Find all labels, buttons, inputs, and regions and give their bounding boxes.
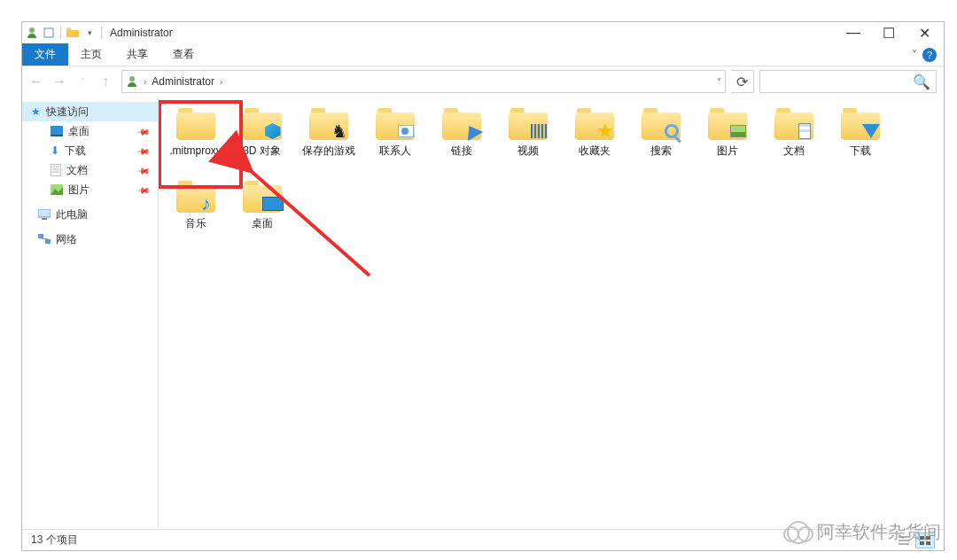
folder-label: 文档 <box>783 144 805 157</box>
desktop-overlay-icon <box>262 193 284 214</box>
up-button[interactable]: ↑ <box>95 71 116 92</box>
folder-item[interactable]: ♪ 音乐 <box>162 176 229 249</box>
folder-label: 搜索 <box>650 144 672 157</box>
folder-icon: ♪ <box>175 178 216 215</box>
tab-file[interactable]: 文件 <box>22 43 68 66</box>
pic-overlay-icon <box>727 121 749 142</box>
address-dropdown-icon[interactable]: ˅ <box>717 77 721 87</box>
sidebar-item-label: 网络 <box>56 232 77 247</box>
chevron-icon[interactable]: › <box>144 77 146 87</box>
sidebar-item-label: 桌面 <box>68 124 89 139</box>
folder-label: 音乐 <box>185 217 206 229</box>
help-button[interactable]: ? <box>922 48 937 62</box>
minimize-button[interactable]: — <box>836 23 871 43</box>
folder-icon: ★ <box>574 105 615 143</box>
doc-overlay-icon <box>794 121 815 142</box>
svg-point-3 <box>129 76 135 82</box>
folder-label: 收藏夹 <box>579 144 611 157</box>
folder-icon <box>707 105 748 143</box>
link-overlay-icon <box>462 121 483 142</box>
svg-rect-2 <box>66 27 71 30</box>
folder-icon <box>840 105 881 143</box>
folder-label: .mitmproxy <box>169 144 222 157</box>
refresh-button[interactable]: ⟳ <box>731 70 754 93</box>
back-button[interactable]: ← <box>26 71 47 92</box>
close-button[interactable]: ✕ <box>906 23 942 43</box>
desktop-icon <box>51 126 63 136</box>
sidebar-item-label: 下载 <box>65 144 86 159</box>
folder-icon <box>175 105 216 143</box>
checkbox-icon[interactable] <box>41 25 57 41</box>
ribbon-expand-icon[interactable]: ˅ <box>912 49 917 61</box>
tab-view[interactable]: 查看 <box>160 43 206 66</box>
wechat-icon <box>787 521 810 544</box>
sidebar-item-label: 图片 <box>68 183 89 198</box>
svg-rect-4 <box>51 126 63 135</box>
pin-icon: 📌 <box>136 163 151 177</box>
address-user-icon <box>126 75 138 88</box>
forward-button[interactable]: → <box>49 71 70 92</box>
content-area[interactable]: .mitmproxy 3D 对象 ♞ 保存的游戏 联系人 <box>159 97 944 529</box>
fav-overlay-icon: ★ <box>595 121 616 142</box>
address-bar[interactable]: › Administrator › ˅ <box>121 70 726 93</box>
separator <box>101 27 102 39</box>
ribbon-tabs: 文件 主页 共享 查看 ˅ ? <box>22 43 944 66</box>
tab-share[interactable]: 共享 <box>114 43 160 66</box>
folder-label: 3D 对象 <box>243 144 281 157</box>
breadcrumb[interactable]: Administrator <box>152 75 214 88</box>
svg-rect-14 <box>38 234 43 238</box>
folder-icon[interactable] <box>65 25 81 41</box>
sidebar-item-pictures[interactable]: 图片 📌 <box>22 180 158 199</box>
sidebar-item-label: 此电脑 <box>56 207 88 222</box>
folder-item[interactable]: 视频 <box>494 104 561 176</box>
chevron-icon[interactable]: › <box>220 77 222 87</box>
folder-item[interactable]: 桌面 <box>229 176 295 249</box>
svg-rect-15 <box>45 239 51 244</box>
folder-label: 下载 <box>850 144 871 157</box>
folder-icon <box>641 105 681 143</box>
star-icon: ★ <box>31 105 41 118</box>
tab-home[interactable]: 主页 <box>68 43 114 66</box>
titlebar: ▾ Administrator — ☐ ✕ <box>22 22 944 43</box>
explorer-window: ▾ Administrator — ☐ ✕ 文件 主页 共享 查看 ˅ ? ← … <box>21 21 945 551</box>
recent-dropdown[interactable]: ˅ <box>72 71 93 92</box>
qat-dropdown-icon[interactable]: ▾ <box>82 25 97 41</box>
folder-item[interactable]: ★ 收藏夹 <box>561 104 627 176</box>
nav-sidebar: ★ 快速访问 桌面 📌 ⬇ 下载 📌 文档 📌 图片 📌 <box>22 97 159 529</box>
game-overlay-icon: ♞ <box>329 121 350 142</box>
folder-item[interactable]: 搜索 <box>627 104 694 176</box>
sidebar-item-downloads[interactable]: ⬇ 下载 📌 <box>22 141 158 160</box>
sidebar-item-documents[interactable]: 文档 📌 <box>22 160 158 180</box>
folder-label: 图片 <box>717 144 738 157</box>
folder-item[interactable]: 联系人 <box>362 104 428 176</box>
folder-item[interactable]: .mitmproxy <box>162 104 229 176</box>
none-overlay-icon <box>196 121 217 142</box>
doc-icon <box>51 164 61 176</box>
folder-item[interactable]: 文档 <box>760 104 827 176</box>
pin-icon: 📌 <box>136 183 151 197</box>
folder-icon <box>508 105 549 143</box>
computer-icon <box>38 209 51 220</box>
folder-item[interactable]: 链接 <box>428 104 494 176</box>
search-input[interactable]: 🔍 <box>759 70 937 93</box>
svg-rect-5 <box>51 135 63 136</box>
sidebar-network[interactable]: 网络 <box>22 229 158 249</box>
separator <box>60 27 61 39</box>
search-overlay-icon <box>661 121 682 142</box>
folder-label: 视频 <box>517 144 539 157</box>
folder-item[interactable]: 3D 对象 <box>229 104 295 176</box>
folder-item[interactable]: 图片 <box>694 104 760 176</box>
sidebar-quick-access[interactable]: ★ 快速访问 <box>22 102 158 121</box>
svg-point-0 <box>29 27 35 33</box>
pin-icon: 📌 <box>136 144 151 158</box>
sidebar-this-pc[interactable]: 此电脑 <box>22 205 158 224</box>
folder-item[interactable]: 下载 <box>827 104 893 176</box>
user-icon <box>24 25 40 41</box>
svg-rect-1 <box>44 28 53 37</box>
window-controls: — ☐ ✕ <box>836 23 942 43</box>
sidebar-item-desktop[interactable]: 桌面 📌 <box>22 121 158 141</box>
quick-access-toolbar: ▾ <box>24 25 105 41</box>
folder-item[interactable]: ♞ 保存的游戏 <box>295 104 362 176</box>
download-icon: ⬇ <box>51 144 59 157</box>
maximize-button[interactable]: ☐ <box>871 23 906 43</box>
